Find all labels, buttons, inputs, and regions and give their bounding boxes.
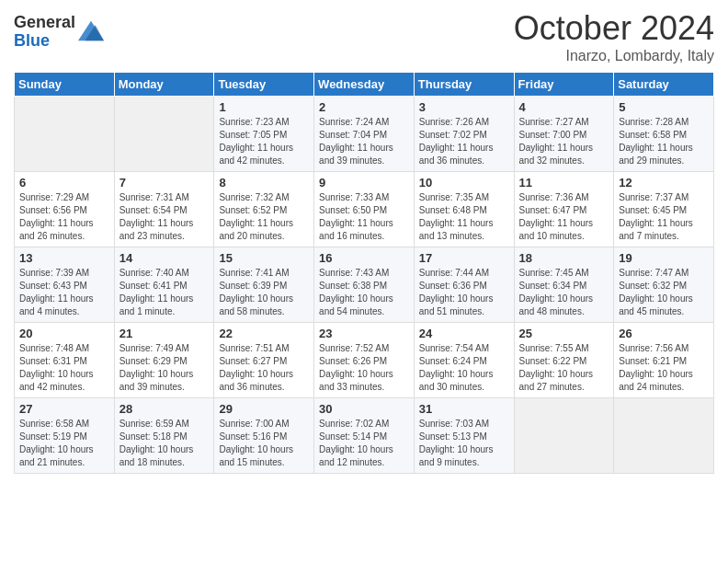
calendar-cell: 4Sunrise: 7:27 AMSunset: 7:00 PMDaylight…: [514, 97, 614, 172]
cell-details: Sunrise: 7:51 AMSunset: 6:27 PMDaylight:…: [219, 342, 309, 394]
title-block: October 2024 Inarzo, Lombardy, Italy: [514, 9, 714, 64]
day-number: 28: [119, 402, 210, 416]
day-number: 15: [219, 251, 309, 265]
logo-blue: Blue: [14, 32, 75, 51]
day-number: 1: [219, 100, 309, 114]
calendar-cell: 27Sunrise: 6:58 AMSunset: 5:19 PMDayligh…: [15, 398, 115, 474]
calendar-cell: 19Sunrise: 7:47 AMSunset: 6:32 PMDayligh…: [614, 247, 714, 323]
day-number: 29: [219, 402, 309, 416]
logo-icon: [78, 17, 104, 42]
day-number: 2: [319, 100, 409, 114]
calendar-cell: 31Sunrise: 7:03 AMSunset: 5:13 PMDayligh…: [414, 398, 514, 474]
cell-details: Sunrise: 7:31 AMSunset: 6:54 PMDaylight:…: [119, 191, 210, 243]
day-number: 5: [619, 100, 709, 114]
cell-details: Sunrise: 7:02 AMSunset: 5:14 PMDaylight:…: [319, 418, 409, 469]
calendar-cell: [15, 97, 115, 172]
day-header: Wednesday: [314, 73, 415, 97]
day-number: 24: [419, 327, 509, 340]
calendar-cell: 9Sunrise: 7:33 AMSunset: 6:50 PMDaylight…: [314, 172, 415, 247]
calendar-cell: 21Sunrise: 7:49 AMSunset: 6:29 PMDayligh…: [114, 323, 214, 398]
cell-details: Sunrise: 7:24 AMSunset: 7:04 PMDaylight:…: [319, 116, 409, 167]
cell-details: Sunrise: 6:58 AMSunset: 5:19 PMDaylight:…: [19, 418, 109, 469]
calendar-cell: 29Sunrise: 7:00 AMSunset: 5:16 PMDayligh…: [214, 398, 314, 474]
calendar-cell: 24Sunrise: 7:54 AMSunset: 6:24 PMDayligh…: [414, 323, 514, 398]
calendar-cell: 20Sunrise: 7:48 AMSunset: 6:31 PMDayligh…: [15, 323, 115, 398]
cell-details: Sunrise: 7:52 AMSunset: 6:26 PMDaylight:…: [319, 342, 409, 394]
calendar-body: 1Sunrise: 7:23 AMSunset: 7:05 PMDaylight…: [15, 97, 714, 474]
day-header: Tuesday: [214, 73, 314, 97]
day-number: 23: [319, 327, 409, 340]
location: Inarzo, Lombardy, Italy: [514, 48, 714, 64]
cell-details: Sunrise: 7:40 AMSunset: 6:41 PMDaylight:…: [119, 267, 210, 318]
calendar-table: SundayMondayTuesdayWednesdayThursdayFrid…: [14, 72, 714, 474]
cell-details: Sunrise: 7:29 AMSunset: 6:56 PMDaylight:…: [19, 191, 109, 243]
cell-details: Sunrise: 7:45 AMSunset: 6:34 PMDaylight:…: [519, 267, 609, 318]
cell-details: Sunrise: 7:35 AMSunset: 6:48 PMDaylight:…: [419, 191, 509, 243]
day-number: 12: [619, 176, 709, 190]
day-number: 22: [219, 327, 309, 340]
logo: General Blue: [14, 14, 104, 51]
day-number: 16: [319, 251, 409, 265]
cell-details: Sunrise: 7:37 AMSunset: 6:45 PMDaylight:…: [619, 191, 709, 243]
cell-details: Sunrise: 7:47 AMSunset: 6:32 PMDaylight:…: [619, 267, 709, 318]
calendar-cell: 10Sunrise: 7:35 AMSunset: 6:48 PMDayligh…: [414, 172, 514, 247]
day-number: 21: [119, 327, 210, 340]
cell-details: Sunrise: 6:59 AMSunset: 5:18 PMDaylight:…: [119, 418, 210, 469]
calendar-cell: [114, 97, 214, 172]
calendar-cell: 5Sunrise: 7:28 AMSunset: 6:58 PMDaylight…: [614, 97, 714, 172]
calendar-cell: 30Sunrise: 7:02 AMSunset: 5:14 PMDayligh…: [314, 398, 415, 474]
cell-details: Sunrise: 7:33 AMSunset: 6:50 PMDaylight:…: [319, 191, 409, 243]
calendar-cell: [614, 398, 714, 474]
day-header: Saturday: [614, 73, 714, 97]
calendar-cell: 28Sunrise: 6:59 AMSunset: 5:18 PMDayligh…: [114, 398, 214, 474]
day-number: 3: [419, 100, 509, 114]
calendar-cell: 2Sunrise: 7:24 AMSunset: 7:04 PMDaylight…: [314, 97, 415, 172]
calendar-cell: 7Sunrise: 7:31 AMSunset: 6:54 PMDaylight…: [114, 172, 214, 247]
calendar-cell: 11Sunrise: 7:36 AMSunset: 6:47 PMDayligh…: [514, 172, 614, 247]
day-number: 20: [19, 327, 109, 340]
cell-details: Sunrise: 7:48 AMSunset: 6:31 PMDaylight:…: [19, 342, 109, 394]
calendar-week-row: 1Sunrise: 7:23 AMSunset: 7:05 PMDaylight…: [15, 97, 714, 172]
calendar-cell: 18Sunrise: 7:45 AMSunset: 6:34 PMDayligh…: [514, 247, 614, 323]
day-number: 10: [419, 176, 509, 190]
day-number: 31: [419, 402, 509, 416]
day-number: 8: [219, 176, 309, 190]
calendar-week-row: 6Sunrise: 7:29 AMSunset: 6:56 PMDaylight…: [15, 172, 714, 247]
calendar-week-row: 20Sunrise: 7:48 AMSunset: 6:31 PMDayligh…: [15, 323, 714, 398]
cell-details: Sunrise: 7:36 AMSunset: 6:47 PMDaylight:…: [519, 191, 609, 243]
cell-details: Sunrise: 7:26 AMSunset: 7:02 PMDaylight:…: [419, 116, 509, 167]
calendar-cell: 14Sunrise: 7:40 AMSunset: 6:41 PMDayligh…: [114, 247, 214, 323]
cell-details: Sunrise: 7:32 AMSunset: 6:52 PMDaylight:…: [219, 191, 309, 243]
cell-details: Sunrise: 7:44 AMSunset: 6:36 PMDaylight:…: [419, 267, 509, 318]
cell-details: Sunrise: 7:27 AMSunset: 7:00 PMDaylight:…: [519, 116, 609, 167]
page: General Blue October 2024 Inarzo, Lombar…: [0, 0, 728, 488]
calendar-cell: 13Sunrise: 7:39 AMSunset: 6:43 PMDayligh…: [15, 247, 115, 323]
cell-details: Sunrise: 7:43 AMSunset: 6:38 PMDaylight:…: [319, 267, 409, 318]
day-number: 14: [119, 251, 210, 265]
month-title: October 2024: [514, 9, 714, 48]
cell-details: Sunrise: 7:54 AMSunset: 6:24 PMDaylight:…: [419, 342, 509, 394]
day-header: Thursday: [414, 73, 514, 97]
calendar-header-row: SundayMondayTuesdayWednesdayThursdayFrid…: [15, 73, 714, 97]
day-number: 4: [519, 100, 609, 114]
calendar-cell: 12Sunrise: 7:37 AMSunset: 6:45 PMDayligh…: [614, 172, 714, 247]
day-number: 13: [19, 251, 109, 265]
calendar-cell: 1Sunrise: 7:23 AMSunset: 7:05 PMDaylight…: [214, 97, 314, 172]
day-header: Monday: [114, 73, 214, 97]
day-number: 25: [519, 327, 609, 340]
calendar-cell: [514, 398, 614, 474]
calendar-cell: 23Sunrise: 7:52 AMSunset: 6:26 PMDayligh…: [314, 323, 415, 398]
calendar-cell: 22Sunrise: 7:51 AMSunset: 6:27 PMDayligh…: [214, 323, 314, 398]
cell-details: Sunrise: 7:49 AMSunset: 6:29 PMDaylight:…: [119, 342, 210, 394]
day-number: 30: [319, 402, 409, 416]
cell-details: Sunrise: 7:41 AMSunset: 6:39 PMDaylight:…: [219, 267, 309, 318]
day-number: 7: [119, 176, 210, 190]
cell-details: Sunrise: 7:39 AMSunset: 6:43 PMDaylight:…: [19, 267, 109, 318]
calendar-cell: 17Sunrise: 7:44 AMSunset: 6:36 PMDayligh…: [414, 247, 514, 323]
calendar-cell: 25Sunrise: 7:55 AMSunset: 6:22 PMDayligh…: [514, 323, 614, 398]
calendar-week-row: 27Sunrise: 6:58 AMSunset: 5:19 PMDayligh…: [15, 398, 714, 474]
day-number: 19: [619, 251, 709, 265]
calendar-cell: 16Sunrise: 7:43 AMSunset: 6:38 PMDayligh…: [314, 247, 415, 323]
cell-details: Sunrise: 7:00 AMSunset: 5:16 PMDaylight:…: [219, 418, 309, 469]
calendar-cell: 15Sunrise: 7:41 AMSunset: 6:39 PMDayligh…: [214, 247, 314, 323]
